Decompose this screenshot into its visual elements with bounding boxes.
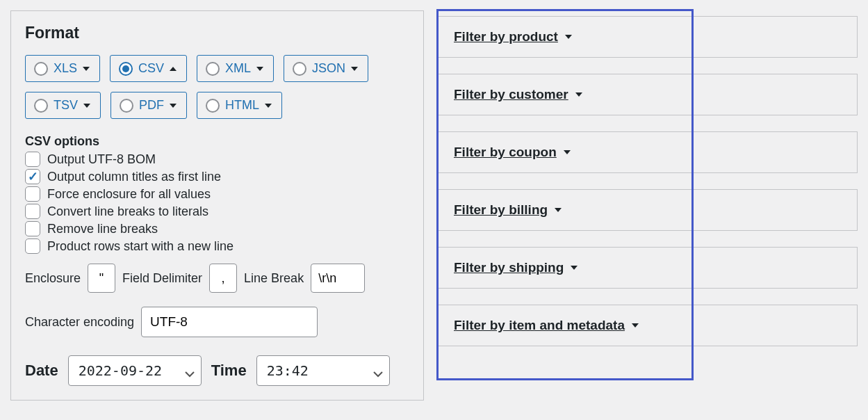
caret-down-icon xyxy=(571,266,578,270)
date-label: Date xyxy=(25,362,58,380)
checkbox-remove-lb[interactable] xyxy=(25,221,40,236)
filter-billing-panel: Filter by billing xyxy=(438,189,858,231)
filter-label: Filter by customer xyxy=(454,87,568,102)
format-json[interactable]: JSON xyxy=(284,55,368,82)
format-panel: Format XLS CSV XML JSON xyxy=(10,10,424,401)
encoding-label: Character encoding xyxy=(25,315,134,330)
time-value: 23:42 xyxy=(267,362,309,379)
caret-down-icon xyxy=(555,208,562,212)
radio-icon xyxy=(206,62,220,76)
format-csv[interactable]: CSV xyxy=(110,55,187,82)
format-tsv[interactable]: TSV xyxy=(25,92,101,119)
filter-label: Filter by coupon xyxy=(454,145,557,160)
filter-label: Filter by item and metadata xyxy=(454,318,625,333)
csv-options-heading: CSV options xyxy=(25,134,409,149)
checkbox-label: Output UTF-8 BOM xyxy=(47,152,156,167)
caret-down-icon xyxy=(564,150,571,154)
format-label: TSV xyxy=(54,98,78,113)
format-label: XML xyxy=(225,61,251,76)
filter-product-panel: Filter by product xyxy=(438,16,858,58)
checkbox-bom[interactable] xyxy=(25,152,40,167)
filter-customer-toggle[interactable]: Filter by customer xyxy=(454,87,582,102)
delimiter-label: Field Delimiter xyxy=(122,271,202,286)
format-label: JSON xyxy=(312,61,345,76)
filter-metadata-toggle[interactable]: Filter by item and metadata xyxy=(454,318,639,333)
filter-coupon-toggle[interactable]: Filter by coupon xyxy=(454,145,571,160)
filter-label: Filter by product xyxy=(454,29,558,45)
format-label: HTML xyxy=(225,98,259,113)
chevron-down-icon xyxy=(372,366,381,375)
date-value: 2022-09-22 xyxy=(79,362,162,379)
filter-label: Filter by billing xyxy=(454,202,548,218)
caret-down-icon xyxy=(632,323,639,328)
filter-label: Filter by shipping xyxy=(454,260,564,275)
checkbox-label: Remove line breaks xyxy=(47,222,158,236)
checkbox-label: Force enclosure for all values xyxy=(47,187,211,202)
linebreak-label: Line Break xyxy=(244,271,304,286)
filter-metadata-panel: Filter by item and metadata xyxy=(438,305,858,346)
filter-billing-toggle[interactable]: Filter by billing xyxy=(454,202,562,218)
filters-column: Filter by product Filter by customer Fil… xyxy=(438,10,858,401)
filter-product-toggle[interactable]: Filter by product xyxy=(454,29,572,45)
format-label: CSV xyxy=(138,61,164,76)
time-select[interactable]: 23:42 xyxy=(256,355,390,386)
checkbox-titles[interactable] xyxy=(25,169,40,184)
linebreak-input[interactable] xyxy=(311,264,365,293)
filter-coupon-panel: Filter by coupon xyxy=(438,131,858,173)
delimiter-input[interactable] xyxy=(209,264,237,293)
radio-icon xyxy=(120,99,133,113)
enclosure-label: Enclosure xyxy=(25,271,81,286)
caret-down-icon xyxy=(170,104,177,108)
caret-down-icon xyxy=(565,35,572,39)
format-html[interactable]: HTML xyxy=(197,92,282,119)
enclosure-input[interactable] xyxy=(88,264,115,293)
format-options: XLS CSV XML JSON TSV xyxy=(25,55,409,119)
caret-down-icon xyxy=(575,92,582,97)
filter-customer-panel: Filter by customer xyxy=(438,74,858,115)
checkbox-label: Output column titles as first line xyxy=(47,170,221,184)
format-pdf[interactable]: PDF xyxy=(110,92,187,119)
format-label: XLS xyxy=(54,61,77,76)
filter-shipping-toggle[interactable]: Filter by shipping xyxy=(454,260,578,275)
checkbox-enclosure[interactable] xyxy=(25,186,40,202)
format-xls[interactable]: XLS xyxy=(25,55,100,82)
caret-up-icon xyxy=(170,67,177,71)
chevron-down-icon xyxy=(184,366,193,375)
encoding-input[interactable] xyxy=(141,307,318,337)
format-xml[interactable]: XML xyxy=(197,55,274,82)
radio-icon xyxy=(293,62,306,76)
radio-icon xyxy=(119,62,133,76)
checkbox-label: Product rows start with a new line xyxy=(47,239,234,254)
radio-icon xyxy=(34,99,48,113)
caret-down-icon xyxy=(256,67,263,71)
checkbox-label: Convert line breaks to literals xyxy=(47,204,208,219)
time-label: Time xyxy=(211,362,247,380)
caret-down-icon xyxy=(265,104,272,108)
caret-down-icon xyxy=(83,67,90,71)
format-label: PDF xyxy=(139,98,164,113)
format-heading: Format xyxy=(25,24,409,42)
caret-down-icon xyxy=(351,67,358,71)
caret-down-icon xyxy=(83,104,90,108)
radio-icon xyxy=(34,62,48,76)
checkbox-product-rows[interactable] xyxy=(25,239,40,254)
checkbox-convert-lb[interactable] xyxy=(25,204,40,219)
date-select[interactable]: 2022-09-22 xyxy=(68,355,202,386)
filter-shipping-panel: Filter by shipping xyxy=(438,247,858,289)
radio-icon xyxy=(206,99,220,113)
